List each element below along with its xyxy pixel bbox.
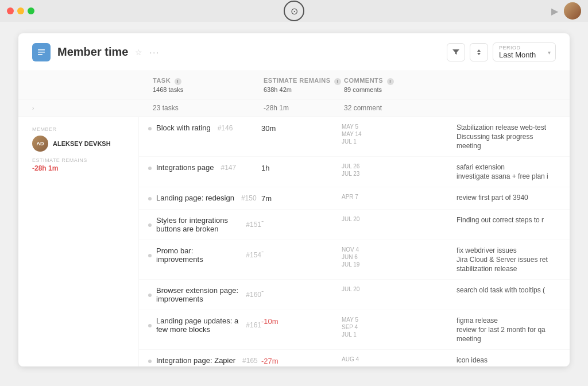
task-dates: JUL 26JUL 23 [342,163,457,177]
task-name: Browser extension page: improvements [156,286,239,303]
page-title: Member time [57,45,128,59]
task-id: #151 [246,221,261,229]
task-row[interactable]: Integrations page #147 1h JUL 26JUL 23 s… [139,157,570,187]
period-value: Last Month [499,51,550,59]
task-id: #154 [246,251,261,259]
task-dates: NOV 4JUN 6JUL 19 [342,246,457,268]
traffic-lights [7,7,34,14]
member-avatar: AD [32,136,48,152]
minimize-button[interactable] [17,7,24,14]
task-row[interactable]: Promo bar: improvements #154 - NOV 4JUN … [139,240,570,280]
task-name: Landing page updates: a few more blocks [156,316,239,334]
task-date: JUL 26 [342,163,457,169]
task-comment: review for last 2 month for qa [457,326,570,334]
task-estimate: 7m [261,194,342,203]
filter-button[interactable] [447,43,465,61]
task-row[interactable]: Block with rating #146 30m MAY 5MAY 14JU… [139,117,570,157]
task-comments: Stabilization release web-testDiscussing… [457,123,570,150]
task-row[interactable]: Styles for integrations buttons are brok… [139,210,570,240]
task-estimate: -27m [261,356,342,365]
task-comments: figma releasereview for last 2 month for… [457,316,570,343]
task-name: Styles for integrations buttons are brok… [156,216,239,233]
task-comments: safari extensioninvestigate asana + free… [457,163,570,180]
group-row[interactable]: › 23 tasks -28h 1m 32 comment [18,99,570,117]
task-bullet-icon [148,197,152,200]
maximize-button[interactable] [28,7,34,14]
task-info-icon: i [175,78,181,85]
task-comment: Jira Cloud & Server issues ret [457,256,570,264]
user-avatar[interactable] [564,2,581,20]
task-dates: JUL 20 [342,286,457,292]
task-row[interactable]: Browser extension page: improvements #16… [139,280,570,310]
page-header: Member time ☆ ··· PERIOD Last Month [18,33,570,71]
comments-total: 89 comments [344,86,459,93]
task-bullet-icon [148,360,152,363]
task-bullet-icon [148,324,152,327]
task-dates: MAY 5MAY 14JUL 1 [342,123,457,145]
col-header-comments: COMMENTS i 89 comments [344,77,459,93]
task-bullet-icon [148,127,152,130]
task-name-cell: Block with rating #146 [148,123,261,132]
task-row[interactable]: Integration page: Zapier #165 -27m AUG 4… [139,350,570,366]
col-header-extra [459,77,570,93]
task-dates: JUL 20 [342,216,457,222]
group-task-count: 23 tasks [153,104,264,112]
task-comments: Finding out correct steps to r [457,216,570,224]
avatar-img: AD [32,136,48,152]
task-bullet-icon [148,223,152,227]
close-button[interactable] [7,7,14,14]
task-row[interactable]: Landing page updates: a few more blocks … [139,310,570,350]
task-name: Block with rating [156,123,211,132]
task-name: Integration page: Zapier [156,356,235,365]
task-id: #147 [220,164,236,172]
star-icon[interactable]: ☆ [135,48,142,57]
task-comment: fix webdriver issues [457,246,570,254]
group-toggle[interactable]: › [32,105,153,111]
nav-play-icon[interactable]: ▶ [551,6,558,17]
chevron-down-icon: ▾ [548,49,551,55]
task-comment: investigate asana + free plan i [457,172,570,180]
task-name: Landing page: redesign [156,194,234,202]
task-bullet-icon [148,254,152,257]
task-date: MAY 5 [342,316,457,323]
svg-rect-2 [38,54,42,55]
task-date: JUL 1 [342,138,457,145]
task-date: JUL 19 [342,261,457,268]
period-select[interactable]: PERIOD Last Month ▾ [493,43,556,61]
task-date: AUG 4 [342,356,457,362]
task-comment: icon ideas [457,356,570,364]
task-estimate: - [261,216,342,225]
task-date: JUL 23 [342,171,457,177]
table-header-row: TASK i 1468 tasks ESTIMATE REMAINS i 638… [18,71,570,99]
col-comments-label: COMMENTS i [344,77,459,85]
task-date: JUL 20 [342,286,457,292]
member-name: ALEKSEY DEVKSH [53,140,111,147]
titlebar-right: ▶ [551,2,581,20]
task-comment: review first part of 3940 [457,194,570,202]
task-name: Promo bar: improvements [156,246,239,264]
sort-button[interactable] [470,43,488,61]
task-estimate: - [261,286,342,295]
member-section: MEMBER AD ALEKSEY DEVKSH ESTIMATE REMAIN… [18,117,570,366]
more-options-icon[interactable]: ··· [149,48,160,57]
task-estimate: -10m [261,316,342,326]
page-card: Member time ☆ ··· PERIOD Last Month [18,33,570,366]
period-label: PERIOD [499,45,550,51]
task-name-cell: Landing page: redesign #150 [148,194,261,202]
task-row[interactable]: Landing page: redesign #150 7m APR 7 rev… [139,187,570,210]
col-header-task: TASK i 1468 tasks [153,77,264,93]
table-container[interactable]: TASK i 1468 tasks ESTIMATE REMAINS i 638… [18,71,570,366]
chevron-right-icon: › [32,105,34,111]
task-name-cell: Styles for integrations buttons are brok… [148,216,261,233]
task-id: #146 [218,124,233,132]
task-date: APR 7 [342,194,457,200]
header-actions: PERIOD Last Month ▾ [447,43,556,61]
task-date: JUN 6 [342,254,457,260]
app-container: Member time ☆ ··· PERIOD Last Month [0,22,588,386]
col-estimate-label: ESTIMATE REMAINS i [264,77,344,85]
task-date: JUL 1 [342,331,457,338]
task-date: NOV 4 [342,246,457,253]
task-comment: figma release [457,316,570,325]
svg-rect-1 [38,52,45,53]
task-date: SEP 4 [342,324,457,330]
